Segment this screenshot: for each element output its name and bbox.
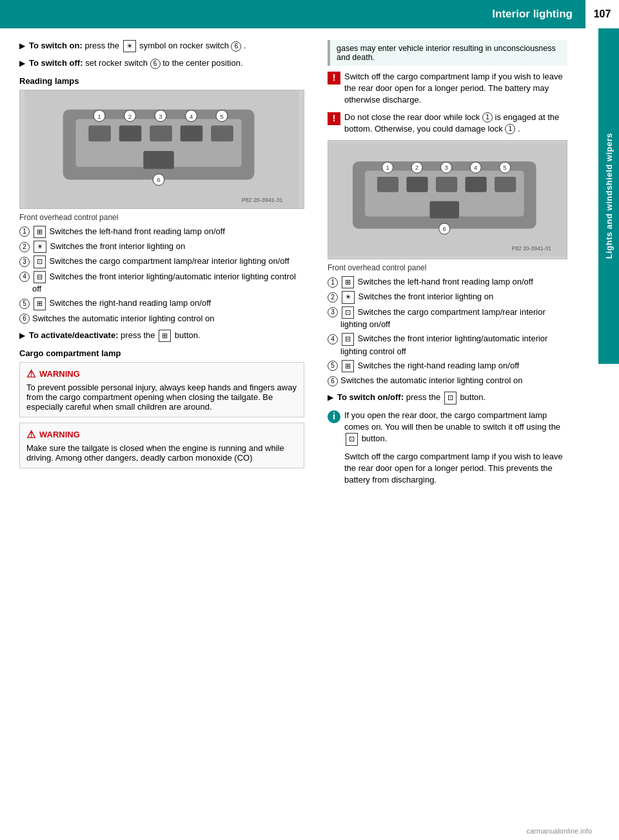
svg-text:P82 20-3941-31: P82 20-3941-31 [242, 197, 283, 203]
svg-text:4: 4 [190, 112, 193, 119]
info-text-2: Switch off the cargo compartment lamp if… [344, 451, 567, 486]
list-item: 5 ⊞ Switches the right-hand reading lamp… [328, 360, 567, 372]
svg-rect-26 [406, 177, 427, 192]
bullet-switch-on: ▶ To switch on: press the ☀ symbol on ro… [19, 40, 304, 52]
bullet-activate: ▶ To activate/deactivate: press the ⊞ bu… [19, 330, 304, 342]
svg-text:5: 5 [220, 112, 224, 119]
bullet-switch-onoff: ▶ To switch on/off: press the ⊡ button. [328, 392, 567, 404]
arrow-icon4: ▶ [328, 392, 333, 404]
danger2-text: Do not close the rear door while lock 1 … [344, 112, 567, 135]
warning2-text: Make sure the tailgate is closed when th… [26, 443, 297, 463]
svg-text:2: 2 [128, 112, 132, 119]
num6-circled2: 6 [150, 59, 161, 69]
warning-triangle-icon: ⚠ [26, 368, 35, 380]
danger-icon-1: ! [328, 72, 340, 85]
reading-lamps-heading: Reading lamps [19, 76, 304, 86]
diagram2: 1 2 3 4 5 6 P82 20-3941-31 [328, 140, 567, 259]
diagram1-caption: Front overhead control panel [19, 213, 304, 222]
warning-box-2: ⚠ WARNING Make sure the tailgate is clos… [19, 423, 304, 468]
watermark: carmanualonline.info [526, 827, 592, 835]
page-number: 107 [585, 0, 619, 28]
diagram1: 1 2 3 4 5 6 P82 20-3941-31 [19, 90, 304, 209]
bullet-switch-off: ▶ To switch off: set rocker switch 6 to … [19, 57, 304, 69]
numbered-list-right: 1 ⊞ Switches the left-hand front reading… [328, 276, 567, 387]
list-item: 5 ⊞ Switches the right-hand reading lamp… [19, 297, 304, 310]
svg-rect-7 [211, 125, 233, 141]
svg-text:P82 20-3941-31: P82 20-3941-31 [512, 245, 551, 252]
info-box-1: i If you open the rear door, the cargo c… [328, 410, 567, 446]
svg-text:2: 2 [415, 164, 418, 171]
svg-text:6: 6 [443, 225, 446, 232]
svg-rect-29 [495, 177, 516, 192]
svg-rect-6 [181, 125, 203, 141]
sun-icon-inline: ☀ [123, 40, 136, 52]
main-content: ▶ To switch on: press the ☀ symbol on ro… [0, 28, 619, 503]
cargo-heading: Cargo compartment lamp [19, 348, 304, 358]
header-bar: Interior lighting 107 [0, 0, 619, 28]
continuation-text: gases may enter vehicle interior resulti… [337, 44, 556, 62]
list-item: 6 Switches the automatic interior lighti… [328, 375, 567, 386]
list-item: 3 ⊡ Switches the cargo compartment lamp/… [328, 306, 567, 331]
svg-rect-4 [119, 125, 142, 141]
page-title: Interior lighting [0, 8, 573, 21]
list-item: 2 ☀ Switches the front interior lighting… [328, 291, 567, 303]
warning-header-2: ⚠ WARNING [26, 428, 297, 441]
activate-icon: ⊞ [159, 330, 171, 342]
danger-box-2: ! Do not close the rear door while lock … [328, 112, 567, 135]
svg-rect-30 [429, 201, 459, 219]
danger-box-1: ! Switch off the cargo compartment lamp … [328, 71, 567, 106]
list-item: 4 ⊟ Switches the front interior lighting… [328, 333, 567, 357]
continuation-box: gases may enter vehicle interior resulti… [328, 40, 567, 66]
svg-text:5: 5 [504, 164, 507, 171]
side-tab: Lights and windshield wipers [598, 28, 619, 364]
switch-off-text: To switch off: set rocker switch 6 to th… [29, 57, 243, 69]
svg-text:3: 3 [159, 112, 162, 119]
switch-icon: ⊡ [444, 392, 457, 404]
svg-text:1: 1 [97, 112, 101, 119]
switch-on-text: To switch on: press the ☀ symbol on rock… [29, 40, 246, 52]
svg-rect-27 [436, 177, 457, 192]
svg-rect-8 [143, 151, 173, 169]
warning1-text: To prevent possible personal injury, alw… [26, 383, 297, 412]
list-item: 2 ☀ Switches the front interior lighting… [19, 241, 304, 253]
diagram2-caption: Front overhead control panel [328, 263, 567, 272]
svg-rect-25 [377, 177, 398, 192]
svg-text:1: 1 [386, 164, 389, 171]
arrow-icon3: ▶ [19, 330, 25, 342]
svg-text:4: 4 [474, 164, 477, 171]
svg-rect-28 [466, 177, 487, 192]
list-item: 1 ⊞ Switches the left-hand front reading… [19, 226, 304, 238]
arrow-icon: ▶ [19, 41, 25, 52]
right-column: gases may enter vehicle interior resulti… [316, 40, 600, 491]
warning-triangle-icon2: ⚠ [26, 428, 35, 441]
svg-text:3: 3 [444, 164, 447, 171]
list-item: 3 ⊡ Switches the cargo compartment lamp/… [19, 255, 304, 268]
numbered-list-left: 1 ⊞ Switches the left-hand front reading… [19, 226, 304, 325]
side-tab-label: Lights and windshield wipers [604, 133, 614, 259]
info-icon-1: i [328, 410, 340, 423]
svg-text:6: 6 [157, 176, 161, 183]
item6-text: Switches the automatic interior lighting… [340, 375, 523, 386]
list-item: 1 ⊞ Switches the left-hand front reading… [328, 276, 567, 288]
left-column: ▶ To switch on: press the ☀ symbol on ro… [0, 40, 316, 491]
danger1-text: Switch off the cargo compartment lamp if… [344, 71, 567, 106]
warning-header-1: ⚠ WARNING [26, 368, 297, 380]
warning-box-1: ⚠ WARNING To prevent possible personal i… [19, 362, 304, 417]
svg-rect-5 [150, 125, 172, 141]
arrow-icon2: ▶ [19, 58, 25, 69]
svg-rect-3 [88, 125, 111, 141]
list-item: 6 Switches the automatic interior lighti… [19, 313, 304, 325]
num6-circled: 6 [231, 41, 241, 52]
danger-icon-2: ! [328, 112, 340, 125]
cargo-icon-inline: ⊡ [346, 433, 358, 445]
list-item: 4 ⊟ Switches the front interior lighting… [19, 271, 304, 295]
